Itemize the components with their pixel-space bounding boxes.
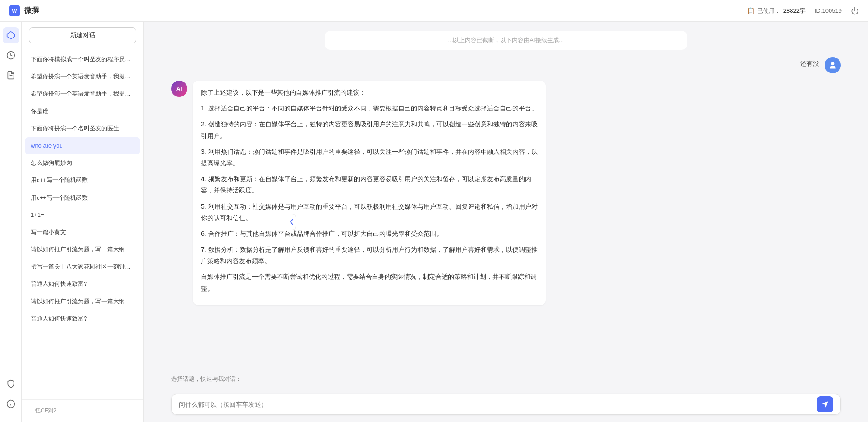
icon-bar-bottom [3,375,19,417]
nav-info[interactable] [3,396,19,412]
truncated-indicator: ...以上内容已截断，以下内容由AI接续生成... [325,31,687,50]
input-area [144,389,868,422]
quick-prompts: 选择话题，快速与我对话： [144,370,868,389]
list-item[interactable]: 用c++写一个随机函数 [25,189,140,206]
message-row: 还有没 [171,57,841,73]
list-item[interactable]: 1+1= [25,206,140,224]
header: W 微撰 📋 已使用： 28822字 ID:100519 [0,0,868,22]
svg-marker-1 [7,32,14,39]
list-item[interactable]: 请以如何推广引流为题，写一篇大纲 [25,293,140,310]
svg-point-8 [831,62,835,65]
user-message-label: 还有没 [800,57,819,71]
header-right: 📋 已使用： 28822字 ID:100519 [747,7,859,15]
user-message-content: 还有没 [800,57,819,71]
usage-info: 📋 已使用： 28822字 [747,7,806,15]
usage-label: 已使用： [757,7,781,15]
ai-response-text: 除了上述建议，以下是一些其他的自媒体推广引流的建议： 1. 选择适合自己的平台：… [201,87,538,294]
list-item[interactable]: 下面你将扮演一个名叫圣友的医生 [25,120,140,137]
user-id: ID:100519 [815,7,842,14]
list-item[interactable]: 写一篇小黄文 [25,224,140,241]
nav-clock[interactable] [3,47,19,63]
app-logo: W [9,5,20,16]
app-title: 微撰 [24,6,39,15]
main-layout: 新建对话 下面你将模拟成一个叫圣友的程序员，我说... 希望你扮演一个英语发音助… [0,22,868,422]
nav-shield[interactable] [3,376,19,392]
nav-document[interactable] [3,67,19,83]
list-item[interactable]: 希望你扮演一个英语发音助手，我提供给你... [25,85,140,102]
usage-icon: 📋 [747,7,754,14]
sidebar: 新建对话 下面你将模拟成一个叫圣友的程序员，我说... 希望你扮演一个英语发音助… [22,22,144,422]
sidebar-toggle-button[interactable] [288,214,296,230]
conversation-list: 下面你将模拟成一个叫圣友的程序员，我说... 希望你扮演一个英语发音助手，我提供… [22,49,143,399]
user-avatar [825,57,841,73]
list-item[interactable]: 下面你将模拟成一个叫圣友的程序员，我说... [25,51,140,68]
list-item[interactable]: 请以如何推广引流为题，写一篇大纲 [25,241,140,258]
list-item[interactable]: 希望你扮演一个英语发音助手，我提供给你... [25,68,140,85]
quick-prompts-label: 选择话题，快速与我对话： [171,375,841,383]
list-item[interactable]: 你是谁 [25,103,140,120]
list-item[interactable]: 怎么做狗屁妙肉 [25,154,140,172]
list-item[interactable]: 普通人如何快速致富? [25,310,140,327]
icon-bar [0,22,22,422]
power-button[interactable] [851,7,859,15]
message-list: ...以上内容已截断，以下内容由AI接续生成... 还有没 AI [144,22,868,370]
list-item-active[interactable]: who are you [25,137,140,154]
list-item[interactable]: 用c++写一个随机函数 [25,172,140,189]
ai-message-bubble: 除了上述建议，以下是一些其他的自媒体推广引流的建议： 1. 选择适合自己的平台：… [193,81,546,305]
list-item[interactable]: 普通人如何快速致富? [25,275,140,293]
chat-area: ...以上内容已截断，以下内容由AI接续生成... 还有没 AI [144,22,868,422]
message-row: AI 除了上述建议，以下是一些其他的自媒体推广引流的建议： 1. 选择适合自己的… [171,81,841,305]
chat-input[interactable] [179,394,812,414]
sidebar-bottom-item[interactable]: ...忆CF到2... [25,403,140,419]
ai-avatar: AI [171,81,187,97]
send-button[interactable] [817,396,833,412]
header-left: W 微撰 [9,5,39,16]
input-box [171,394,841,415]
list-item[interactable]: 撰写一篇关于八大家花园社区一刻钟便民生... [25,258,140,275]
usage-count: 28822字 [783,7,806,15]
nav-hexagon[interactable] [3,27,19,43]
new-conversation-button[interactable]: 新建对话 [29,27,136,43]
